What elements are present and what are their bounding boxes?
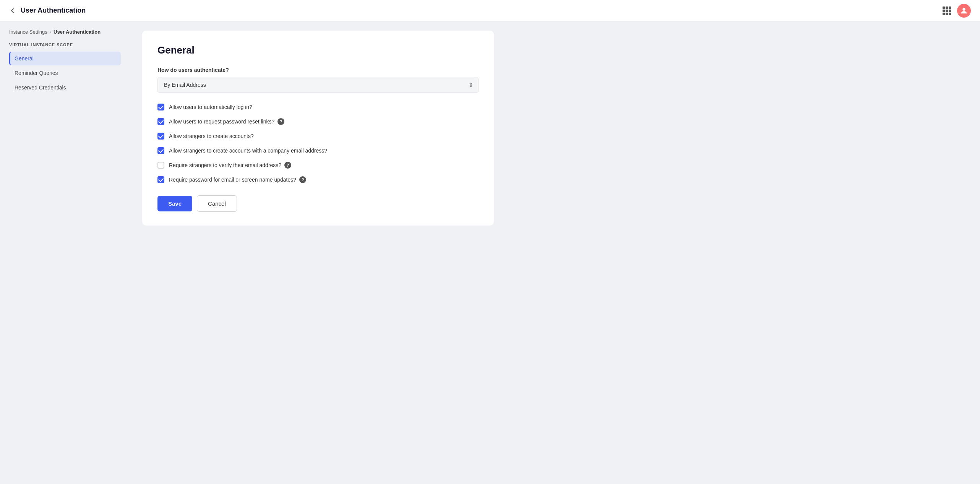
checkbox-verify-email-label: Require strangers to verify their email … [169,162,291,169]
sidebar: Instance Settings › User Authentication … [0,21,130,484]
settings-card: General How do users authenticate? By Em… [142,31,494,226]
checkbox-strangers-company-email-input[interactable] [157,147,164,154]
checkbox-password-reset[interactable]: Allow users to request password reset li… [157,118,479,125]
authenticate-select[interactable]: By Email Address By Screen Name By Email… [157,77,479,93]
sidebar-item-general[interactable]: General [9,52,121,65]
help-icon-verify-email[interactable]: ? [284,162,291,169]
main-layout: Instance Settings › User Authentication … [0,21,980,484]
authenticate-label: How do users authenticate? [157,67,479,73]
page-title: User Authentication [21,6,943,15]
help-icon-password-reset[interactable]: ? [277,118,284,125]
checkbox-strangers-create-input[interactable] [157,133,164,140]
sidebar-item-reserved-credentials[interactable]: Reserved Credentials [9,81,121,94]
checkbox-strangers-create-label: Allow strangers to create accounts? [169,133,254,139]
breadcrumb-current: User Authentication [54,29,101,35]
sidebar-item-reminder-queries[interactable]: Reminder Queries [9,66,121,80]
back-button[interactable] [9,7,16,14]
help-icon-require-password[interactable]: ? [299,176,306,183]
content-area: General How do users authenticate? By Em… [130,21,980,484]
checkbox-verify-email-input[interactable] [157,162,164,169]
breadcrumb-separator: › [50,29,51,35]
checkbox-auto-login[interactable]: Allow users to automatically log in? [157,104,479,110]
checkbox-strangers-company-email-label: Allow strangers to create accounts with … [169,148,327,154]
avatar[interactable] [957,4,971,18]
sidebar-section-label: VIRTUAL INSTANCE SCOPE [9,42,121,47]
checkbox-password-reset-label: Allow users to request password reset li… [169,118,284,125]
topbar: User Authentication [0,0,980,21]
sidebar-item-general-label: General [15,55,34,62]
sidebar-item-reminder-queries-label: Reminder Queries [15,70,58,76]
breadcrumb-parent[interactable]: Instance Settings [9,29,47,35]
checkbox-strangers-company-email[interactable]: Allow strangers to create accounts with … [157,147,479,154]
checkboxes-list: Allow users to automatically log in? All… [157,104,479,183]
checkbox-password-reset-input[interactable] [157,118,164,125]
sidebar-item-reserved-credentials-label: Reserved Credentials [15,84,66,91]
checkbox-require-password-input[interactable] [157,176,164,183]
authenticate-group: How do users authenticate? By Email Addr… [157,67,479,93]
checkbox-auto-login-label: Allow users to automatically log in? [169,104,252,110]
save-button[interactable]: Save [157,196,192,211]
form-actions: Save Cancel [157,195,479,212]
svg-point-0 [962,8,965,10]
breadcrumb: Instance Settings › User Authentication [9,29,121,35]
sidebar-nav: General Reminder Queries Reserved Creden… [9,52,121,94]
checkbox-auto-login-input[interactable] [157,104,164,110]
checkbox-require-password-label: Require password for email or screen nam… [169,176,306,183]
topbar-right [943,4,971,18]
cancel-button[interactable]: Cancel [197,195,237,212]
checkbox-strangers-create[interactable]: Allow strangers to create accounts? [157,133,479,140]
grid-icon[interactable] [943,6,951,15]
authenticate-select-wrapper: By Email Address By Screen Name By Email… [157,77,479,93]
checkbox-verify-email[interactable]: Require strangers to verify their email … [157,162,479,169]
card-title: General [157,44,479,56]
checkbox-require-password[interactable]: Require password for email or screen nam… [157,176,479,183]
